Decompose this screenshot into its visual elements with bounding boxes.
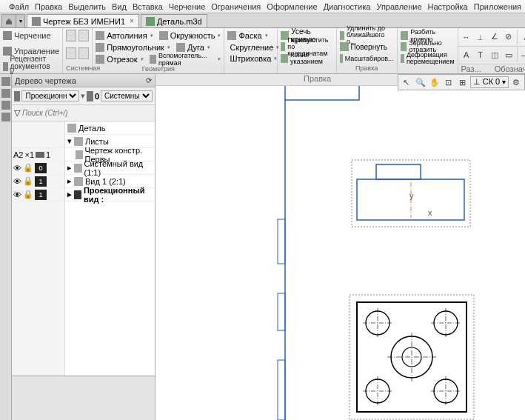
- mode-drawing[interactable]: Черчение: [3, 30, 59, 41]
- menu-apps[interactable]: Приложения: [474, 2, 521, 11]
- tree-view2[interactable]: ▸Проекционный вид :: [65, 188, 155, 201]
- ribbon-edit1: Усечь кривую Переместить по координатам …: [278, 28, 336, 73]
- menu-insert[interactable]: Вставка: [133, 2, 163, 11]
- svg-rect-2: [278, 219, 285, 264]
- pin-icon[interactable]: ⟳: [146, 76, 152, 84]
- tool-extend[interactable]: Удлинить до ближайшего о...: [340, 30, 394, 41]
- svg-rect-4: [278, 360, 285, 420]
- tool-rotate[interactable]: Повернуть: [340, 41, 394, 53]
- search-row: ▽: [12, 105, 155, 121]
- ribbon-right: ↔⟂∠⊘ /△✓○ ⊥∥≡ AT◫▭ —⊙◧⊞ Раз...Обозначени…: [458, 28, 525, 73]
- view0-toggle[interactable]: 👁🔒0: [12, 161, 64, 175]
- tab-drawing-label: Чертеж БЕЗ ИМЕНИ1: [43, 17, 125, 26]
- home-tab[interactable]: [1, 14, 16, 27]
- tree-right-col: Деталь ▾Листы Чертеж констр. Первы ▸Сист…: [65, 121, 155, 376]
- menu-format[interactable]: Оформление: [267, 2, 317, 11]
- tool-aux[interactable]: Вспомогатель... прямая▾: [150, 53, 221, 65]
- view-icon: [14, 91, 20, 101]
- geom-label: Геометрия: [96, 65, 221, 73]
- drawing-svg: x y: [156, 86, 525, 420]
- view-dropdown[interactable]: Проекционный...: [21, 90, 79, 101]
- part-doc-icon: [146, 17, 155, 26]
- sb-props-icon[interactable]: [1, 113, 10, 121]
- main-area: Дерево чертежа ⟳ Проекционный... ▾ 0 Сис…: [0, 74, 525, 420]
- tool-fillet[interactable]: Скругление▾: [227, 41, 274, 53]
- ribbon-geom2: Фаска▾ Скругление▾ Штриховка▾: [224, 28, 278, 73]
- sheet-props[interactable]: A2×11: [12, 148, 64, 161]
- sys-label: Системная: [66, 64, 89, 72]
- menu-constraints[interactable]: Ограничения: [211, 2, 261, 11]
- close-icon[interactable]: ×: [130, 17, 134, 25]
- tree-view0[interactable]: ▸Системный вид (1:1): [65, 161, 155, 175]
- layer-num: 0: [95, 92, 99, 101]
- document-tabs: ▾ Чертеж БЕЗ ИМЕНИ1 × Деталь.m3d: [0, 13, 525, 28]
- tab-drawing[interactable]: Чертеж БЕЗ ИМЕНИ1 ×: [27, 14, 139, 27]
- menu-file[interactable]: Файл: [9, 2, 29, 11]
- sb-fx-icon[interactable]: [1, 89, 10, 98]
- dim2-icon[interactable]: ⟂: [474, 30, 487, 44]
- menu-drawing[interactable]: Черчение: [169, 2, 206, 11]
- tab-part-label: Деталь.m3d: [157, 17, 202, 26]
- save-icon[interactable]: [66, 47, 76, 59]
- menu-edit[interactable]: Правка: [35, 2, 62, 11]
- ribbon-edit2: Удлинить до ближайшего о... Повернуть Ма…: [337, 28, 398, 73]
- tree-body: A2×11 👁🔒0 👁🔒1 👁🔒1 Деталь ▾Листы Чертеж к…: [12, 121, 155, 376]
- ribbon-edit3: Разбить кривую Зеркально отразить Деформ…: [398, 28, 458, 73]
- svg-text:y: y: [409, 191, 414, 200]
- tree-left-col: A2×11 👁🔒0 👁🔒1 👁🔒1: [12, 121, 65, 376]
- home-dropdown[interactable]: ▾: [16, 14, 25, 27]
- annT-icon[interactable]: T: [474, 48, 487, 61]
- layer-dropdown[interactable]: Системный слой: [101, 90, 153, 101]
- dim3-icon[interactable]: ∠: [488, 30, 501, 44]
- annB-icon[interactable]: ▭: [502, 48, 515, 61]
- ann1-icon[interactable]: /: [519, 30, 525, 44]
- tree-panel: Дерево чертежа ⟳ Проекционный... ▾ 0 Сис…: [12, 74, 156, 420]
- print-icon[interactable]: [78, 47, 89, 59]
- new-icon[interactable]: [66, 30, 76, 41]
- ribbon-sys: Системная: [63, 28, 93, 73]
- drawing-canvas[interactable]: Правка ↖ 🔍 ✋ ⊡ ⊞ ⊥ СК 0 ▾ ⚙ x y: [156, 74, 525, 420]
- edit-label: Правка: [340, 64, 394, 72]
- dim-icon[interactable]: ↔: [460, 30, 473, 44]
- tool-segment[interactable]: Отрезок▾: [96, 53, 143, 65]
- menu-view[interactable]: Вид: [112, 2, 127, 11]
- annA-icon[interactable]: A: [460, 48, 473, 61]
- svg-text:x: x: [428, 208, 432, 217]
- sb-tree-icon[interactable]: [1, 77, 10, 86]
- menu-settings[interactable]: Настройка: [428, 2, 468, 11]
- tool-copy[interactable]: Копия указанием: [281, 53, 332, 64]
- tool-deform[interactable]: Деформация перемещением: [401, 53, 455, 64]
- tool-hatch[interactable]: Штриховка▾: [227, 53, 274, 64]
- menu-bar: Файл Правка Выделить Вид Вставка Черчени…: [0, 0, 525, 13]
- layer-icon: [87, 91, 93, 101]
- menu-select[interactable]: Выделить: [68, 2, 106, 11]
- sb-filter-icon[interactable]: [1, 101, 10, 110]
- open-icon[interactable]: [78, 30, 89, 41]
- dim4-icon[interactable]: ⊘: [502, 30, 515, 44]
- dim-label: Раз...: [461, 64, 481, 73]
- ribbon-left: Черчение Управление Рецензент документов…: [0, 28, 63, 73]
- svg-rect-0: [285, 86, 359, 100]
- mode-review[interactable]: Рецензент документов К...: [3, 61, 59, 72]
- annS-icon[interactable]: ◫: [488, 48, 501, 61]
- search-input[interactable]: [22, 109, 153, 117]
- filter-icon[interactable]: ▽: [14, 108, 20, 118]
- tab-part[interactable]: Деталь.m3d: [141, 14, 207, 27]
- panel-bottom: [12, 376, 155, 420]
- tool-chamfer[interactable]: Фаска▾: [227, 30, 274, 41]
- ribbon-geometry: Автолиния▾ Окружность▾ Прямоугольник▾ Ду…: [93, 28, 224, 73]
- menu-diag[interactable]: Диагностика: [324, 2, 371, 11]
- tree-root[interactable]: Деталь: [65, 121, 155, 135]
- left-toolbar: [0, 74, 12, 420]
- tool-autoline[interactable]: Автолиния▾: [96, 30, 153, 41]
- menu-manage[interactable]: Управление: [376, 2, 421, 11]
- view1-toggle[interactable]: 👁🔒1: [12, 175, 64, 188]
- view2-toggle[interactable]: 👁🔒1: [12, 188, 64, 201]
- drawing-doc-icon: [32, 17, 41, 26]
- svg-rect-3: [278, 293, 285, 330]
- c1-icon[interactable]: —: [519, 48, 525, 61]
- tool-circle[interactable]: Окружность▾: [159, 30, 221, 41]
- ribbon: Черчение Управление Рецензент документов…: [0, 28, 525, 74]
- tool-scale[interactable]: Масштабиров...: [340, 53, 394, 64]
- panel-title: Дерево чертежа ⟳: [12, 74, 155, 87]
